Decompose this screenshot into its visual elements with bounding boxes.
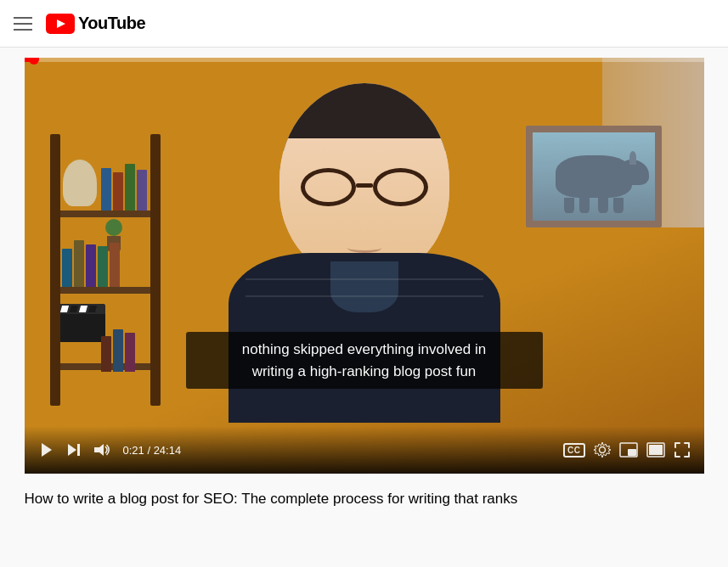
rhino-body — [556, 155, 632, 198]
volume-button[interactable] — [89, 438, 115, 462]
time-display: 0:21 / 24:14 — [123, 444, 182, 457]
rhino-leg-4 — [613, 198, 624, 213]
next-button[interactable] — [62, 438, 86, 462]
rhino-head — [619, 160, 649, 185]
video-title: How to write a blog post for SEO: The co… — [25, 489, 704, 509]
svg-rect-10 — [649, 445, 663, 455]
person-head — [279, 83, 449, 278]
play-icon — [38, 441, 55, 458]
rhino-horn — [629, 151, 636, 165]
svg-rect-4 — [77, 444, 80, 456]
painting — [526, 126, 662, 227]
shelf-books-2 — [50, 236, 120, 287]
bookshelf — [50, 134, 161, 406]
volume-icon — [93, 441, 111, 458]
theater-icon — [646, 442, 665, 458]
rhino-painting — [533, 132, 655, 221]
video-player-container: nothing skipped everything involved in w… — [25, 58, 704, 474]
settings-icon — [594, 441, 611, 458]
video-subtitle: nothing skipped everything involved in w… — [186, 332, 543, 389]
settings-button[interactable] — [590, 438, 614, 462]
shelf-books-1 — [101, 160, 147, 211]
person-glasses — [296, 168, 432, 211]
shelf-side-right — [150, 134, 161, 406]
site-header: YouTube — [0, 0, 728, 48]
glasses-right — [373, 168, 428, 206]
cc-button[interactable]: CC — [560, 440, 588, 461]
shelf-books-3 — [101, 321, 135, 372]
person-collar — [330, 261, 398, 312]
svg-point-6 — [599, 447, 605, 453]
svg-marker-3 — [68, 444, 76, 456]
theater-button[interactable] — [643, 439, 669, 461]
svg-marker-2 — [42, 443, 52, 457]
shelf-side — [50, 134, 60, 406]
rhino-leg-3 — [598, 198, 608, 213]
fullscreen-button[interactable] — [670, 438, 694, 462]
bust-sculpture — [63, 160, 97, 206]
youtube-wordmark: YouTube — [78, 14, 145, 33]
svg-rect-8 — [628, 449, 636, 456]
glasses-left — [301, 168, 356, 206]
rhino-leg-2 — [579, 198, 590, 213]
video-scene: nothing skipped everything involved in w… — [25, 58, 704, 474]
play-button[interactable] — [35, 438, 59, 462]
progress-fill — [25, 58, 34, 62]
next-icon — [65, 441, 82, 458]
progress-bar[interactable] — [25, 58, 704, 62]
video-title-area: How to write a blog post for SEO: The co… — [25, 482, 704, 516]
svg-marker-5 — [94, 444, 104, 456]
shelf-2 — [50, 287, 161, 294]
video-controls: 0:21 / 24:14 CC — [25, 426, 704, 474]
subtitle-line1: nothing skipped everything involved in — [242, 341, 486, 357]
subtitle-line2: writing a high-ranking blog post fun — [252, 363, 477, 379]
fullscreen-icon — [674, 441, 691, 458]
glasses-bridge — [356, 183, 373, 188]
rhino-leg-1 — [564, 198, 574, 213]
shelf-1 — [50, 211, 161, 217]
clapperboard — [59, 304, 105, 342]
miniplayer-button[interactable] — [616, 439, 641, 461]
video-frame[interactable]: nothing skipped everything involved in w… — [25, 58, 704, 474]
miniplayer-icon — [619, 442, 638, 458]
youtube-icon — [46, 14, 75, 34]
cc-icon: CC — [563, 443, 584, 458]
right-controls: CC — [560, 438, 693, 462]
youtube-logo[interactable]: YouTube — [46, 14, 145, 34]
menu-button[interactable] — [14, 17, 32, 31]
